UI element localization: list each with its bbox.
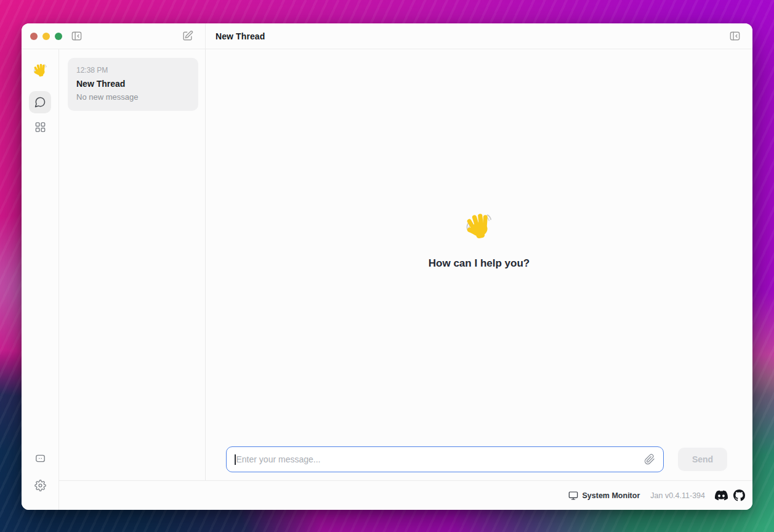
message-input[interactable] [236,454,645,464]
status-footer: System Monitor Jan v0.4.11-394 [59,480,752,510]
send-button[interactable]: Send [678,448,727,471]
system-monitor-label: System Monitor [583,491,640,500]
empty-thread-greeting: How can I help you? [206,211,752,270]
api-server-icon [34,453,46,464]
system-monitor-button[interactable]: System Monitor [568,491,640,501]
traffic-close-icon[interactable] [30,33,38,40]
app-version: Jan v0.4.11-394 [650,491,705,500]
left-rail [22,49,59,510]
titlebar-left-section [22,23,206,49]
sidebar-item-local-api-server[interactable] [29,447,51,469]
page-title: New Thread [206,23,727,49]
text-caret [235,454,236,465]
thread-title: New Thread [76,79,190,89]
message-input-wrap[interactable] [226,446,664,472]
thread-subtitle: No new message [76,92,190,102]
titlebar-right-section [727,23,752,49]
jan-app-window: New Thread [22,23,752,510]
thread-time: 12:38 PM [76,66,190,75]
sidebar-item-hub[interactable] [29,116,51,138]
traffic-lights [30,33,62,40]
chat-main-area: How can I help you? Send [206,49,752,480]
monitor-icon [568,491,578,501]
github-icon[interactable] [733,490,745,501]
paperclip-icon[interactable] [644,454,655,465]
thread-list-item[interactable]: 12:38 PM New Thread No new message [68,58,198,111]
panel-toggle-right-icon[interactable] [727,28,743,44]
panel-toggle-left-icon[interactable] [68,28,84,44]
wave-hand-icon [29,59,51,81]
rail-bottom-section [29,447,51,496]
sidebar-item-threads[interactable] [29,91,51,113]
chat-bubble-icon [34,96,46,108]
gear-icon [34,480,46,491]
discord-icon[interactable] [715,489,728,502]
app-body: 12:38 PM New Thread No new message How c… [22,49,752,510]
compose-icon[interactable] [179,28,195,44]
greeting-text: How can I help you? [206,257,752,270]
message-composer: Send [206,446,752,472]
grid-icon [34,121,46,133]
titlebar: New Thread [22,23,752,49]
traffic-zoom-icon[interactable] [55,33,62,40]
footer-social-icons [715,489,745,502]
traffic-minimize-icon[interactable] [42,33,50,40]
thread-list-panel: 12:38 PM New Thread No new message [59,49,206,480]
wave-hand-icon [463,211,495,245]
content-row: 12:38 PM New Thread No new message How c… [59,49,752,480]
content-column: 12:38 PM New Thread No new message How c… [59,49,752,510]
sidebar-item-settings[interactable] [29,474,51,496]
